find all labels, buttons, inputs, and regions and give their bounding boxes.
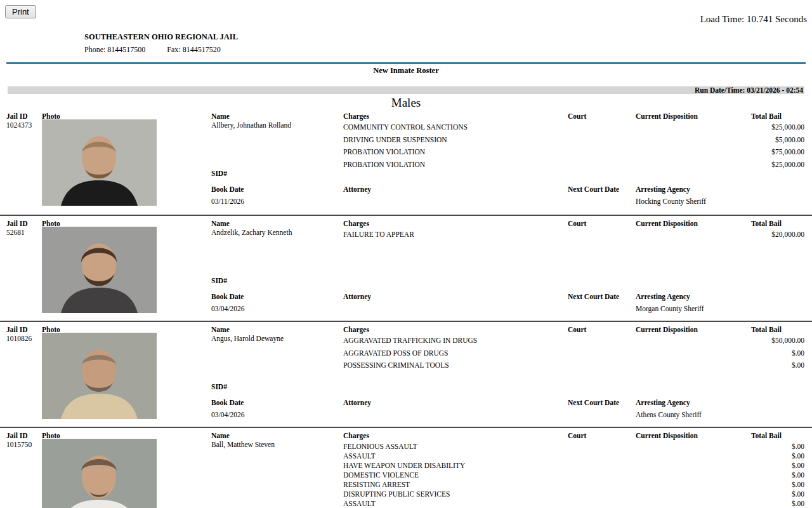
inmate-photo	[42, 333, 157, 419]
charge-bail: $.00	[792, 462, 804, 469]
attorney-label: Attorney	[343, 293, 371, 300]
header-divider	[6, 62, 806, 64]
charges-list: AGGRAVATED TRAFFICKING IN DRUGS $50,000.…	[343, 337, 804, 374]
book-date-value: 03/04/2026	[211, 411, 244, 418]
charge-bail: $.00	[792, 349, 804, 357]
charge-line: PROBATION VIOLATION $75,000.00	[343, 148, 804, 161]
charge-name: HAVE WEAPON UNDER DISABILITY	[343, 462, 465, 469]
arresting-agency-label: Arresting Agency	[636, 399, 690, 406]
charge-bail: $.00	[792, 452, 804, 460]
sid-label: SID#	[211, 277, 227, 284]
charge-name: PROBATION VIOLATION	[343, 161, 425, 168]
jail-id-value: 1010826	[6, 335, 32, 342]
charge-line: AGGRAVATED TRAFFICKING IN DRUGS $50,000.…	[343, 337, 804, 349]
charge-name: RESISTING ARREST	[343, 481, 410, 488]
run-datetime-bar: Run Date/Time: 03/21/2026 - 02:54	[8, 86, 804, 94]
col-header-charges: Charges	[343, 326, 369, 333]
col-header-name: Name	[211, 432, 230, 439]
sid-label: SID#	[211, 170, 227, 177]
arresting-agency-value: Athens County Sheriff	[636, 411, 702, 418]
print-button[interactable]: Print	[5, 5, 36, 18]
col-header-disposition: Current Disposition	[636, 326, 698, 333]
inmate-row: Jail ID Photo Name Charges Court Current…	[0, 215, 812, 321]
inmate-row: Jail ID Photo Name Charges Court Current…	[0, 427, 812, 508]
inmate-roster-page: Print Load Time: 10.741 Seconds SOUTHEAS…	[0, 0, 812, 508]
inmate-rows: Jail ID Photo Name Charges Court Current…	[0, 109, 812, 508]
charge-line: DRIVING UNDER SUSPENSION $5,000.00	[343, 136, 804, 149]
arresting-agency-value: Morgan County Sheriff	[636, 305, 704, 312]
col-header-name: Name	[211, 326, 230, 333]
charge-line: HAVE WEAPON UNDER DISABILITY $.00	[343, 462, 804, 471]
charge-line: FELONIOUS ASSAULT $.00	[343, 443, 804, 452]
charge-name: DOMESTIC VIOLENCE	[343, 471, 419, 479]
charge-line: RESISTING ARREST $.00	[343, 481, 804, 490]
inmate-photo	[42, 119, 157, 206]
report-title: New Inmate Roster	[0, 66, 812, 76]
charge-line: AGGRAVATED POSS OF DRUGS $.00	[343, 349, 804, 362]
jail-id-value: 1015750	[6, 441, 32, 448]
charge-bail: $50,000.00	[771, 337, 804, 344]
book-date-value: 03/04/2026	[211, 305, 244, 312]
sid-label: SID#	[211, 383, 227, 391]
col-header-total-bail: Total Bail	[751, 432, 782, 439]
charge-name: DISRUPTING PUBLIC SERVICES	[343, 490, 450, 498]
charge-line: POSSESSING CRIMINAL TOOLS $.00	[343, 361, 804, 374]
charge-bail: $25,000.00	[771, 161, 804, 168]
inmate-name: Angus, Harold Dewayne	[211, 335, 284, 342]
charges-list: FAILURE TO APPEAR $20,000.00	[343, 231, 804, 243]
inmate-photo	[42, 227, 157, 313]
col-header-disposition: Current Disposition	[636, 112, 698, 120]
facility-fax: Fax: 8144517520	[167, 45, 220, 54]
charge-line: DISRUPTING PUBLIC SERVICES $.00	[343, 490, 804, 500]
load-time-text: Load Time: 10.741 Seconds	[700, 14, 807, 25]
charge-name: ASSAULT	[343, 500, 376, 507]
inmate-name: Allbery, Johnathan Rolland	[211, 121, 291, 129]
charge-bail: $.00	[792, 490, 804, 498]
col-header-court: Court	[568, 432, 586, 439]
facility-contact: Phone: 8144517500Fax: 8144517520	[84, 45, 221, 55]
section-title-males: Males	[0, 96, 812, 110]
jail-id-value: 52681	[6, 229, 25, 236]
col-header-disposition: Current Disposition	[636, 432, 698, 439]
inmate-name: Andzelik, Zachary Kenneth	[211, 229, 292, 236]
charge-line: COMMUNITY CONTROL SANCTIONS $25,000.00	[343, 123, 804, 136]
col-header-disposition: Current Disposition	[636, 220, 698, 227]
book-date-value: 03/11/2026	[211, 197, 244, 205]
charge-bail: $.00	[792, 471, 804, 479]
charge-bail: $.00	[792, 500, 804, 507]
col-header-jail-id: Jail ID	[6, 112, 28, 120]
inmate-name: Ball, Matthew Steven	[211, 441, 275, 448]
col-header-total-bail: Total Bail	[751, 112, 782, 120]
charge-bail: $.00	[792, 443, 804, 450]
charge-line: ASSAULT $.00	[343, 452, 804, 462]
charge-name: AGGRAVATED POSS OF DRUGS	[343, 349, 448, 357]
arresting-agency-label: Arresting Agency	[636, 293, 690, 300]
charge-name: POSSESSING CRIMINAL TOOLS	[343, 361, 449, 369]
charge-line: FAILURE TO APPEAR $20,000.00	[343, 231, 804, 243]
charge-line: DOMESTIC VIOLENCE $.00	[343, 471, 804, 481]
charge-bail: $20,000.00	[771, 231, 804, 238]
col-header-jail-id: Jail ID	[6, 326, 28, 333]
col-header-total-bail: Total Bail	[751, 326, 782, 333]
book-date-label: Book Date	[211, 399, 244, 406]
charge-bail: $25,000.00	[771, 123, 804, 131]
charge-line: PROBATION VIOLATION $25,000.00	[343, 161, 804, 173]
charges-list: FELONIOUS ASSAULT $.00 ASSAULT $.00 HAVE…	[343, 443, 804, 508]
attorney-label: Attorney	[343, 399, 371, 406]
charge-line: ASSAULT $.00	[343, 500, 804, 508]
inmate-photo	[42, 439, 157, 508]
charge-name: ASSAULT	[343, 452, 376, 460]
charge-name: PROBATION VIOLATION	[343, 148, 425, 156]
jail-id-value: 1024373	[6, 121, 32, 129]
charge-name: COMMUNITY CONTROL SANCTIONS	[343, 123, 468, 131]
col-header-jail-id: Jail ID	[6, 432, 28, 439]
col-header-charges: Charges	[343, 220, 369, 227]
facility-phone: Phone: 8144517500	[84, 45, 145, 54]
col-header-charges: Charges	[343, 432, 369, 439]
book-date-label: Book Date	[211, 185, 244, 193]
attorney-label: Attorney	[343, 185, 371, 193]
charge-bail: $75,000.00	[771, 148, 804, 156]
col-header-court: Court	[568, 326, 586, 333]
col-header-jail-id: Jail ID	[6, 220, 28, 227]
charge-bail: $5,000.00	[775, 136, 804, 144]
